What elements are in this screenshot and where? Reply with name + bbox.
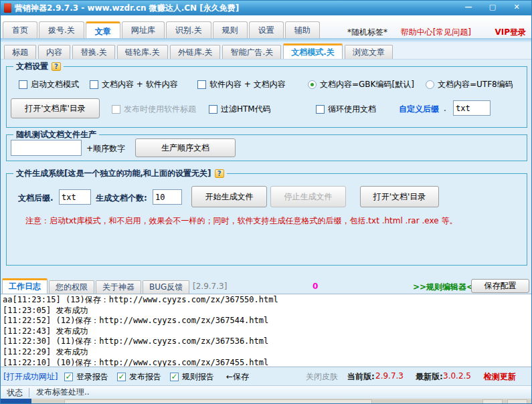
help-center-link[interactable]: 帮助中心[常见问题] — [401, 27, 471, 38]
sub-tab-bar: 标题 内容 替换.关 链轮库.关 外链库.关 智能广告.关 文档模式.关 浏览文… — [1, 42, 531, 60]
save-arrow-label: ←保存 — [226, 371, 249, 383]
checkbox-checked-icon[interactable]: ✓ — [64, 373, 73, 381]
checkbox-checked-icon[interactable]: ✓ — [117, 373, 126, 381]
tab-recognition[interactable]: 识别.关 — [166, 21, 211, 38]
tab-url-library[interactable]: 网址库 — [122, 21, 165, 38]
save-config-button[interactable]: 保存配置 — [471, 279, 529, 293]
checkbox-login-report[interactable]: ✓ 登录报告 — [64, 371, 108, 383]
checkbox-rule-report[interactable]: ✓ 规则报告 — [170, 371, 214, 383]
window-title: 营销神器2.9.7.3 - www.wzdr.cn 微赚达人.CN [永久免费] — [15, 3, 239, 14]
subtab-title[interactable]: 标题 — [4, 45, 36, 59]
doc-suffix-label: 文档后缀. — [18, 193, 54, 204]
subtab-doc-mode[interactable]: 文档模式.关 — [283, 43, 343, 59]
tab-assist[interactable]: 辅助 — [285, 21, 320, 38]
radio-gbk-encoding[interactable]: 文档内容=GBK编码[默认] — [308, 79, 414, 90]
tab-home[interactable]: 首页 — [3, 21, 37, 38]
tab-your-permissions[interactable]: 您的权限 — [49, 280, 94, 294]
subtab-external-links[interactable]: 外链库.关 — [170, 45, 221, 59]
doc-suffix-input[interactable] — [59, 189, 91, 205]
version-label: [2.9.7.3] — [193, 282, 227, 291]
log-line: [11:22:10] (10)保存：http://www.cyyzs.com/z… — [3, 358, 531, 367]
open-doc-dir-button[interactable]: 打开'文档'目录 — [360, 186, 439, 207]
tab-settings[interactable]: 设置 — [249, 21, 284, 38]
radio-icon[interactable] — [308, 80, 317, 89]
app-window: 营销神器2.9.7.3 - www.wzdr.cn 微赚达人.CN [永久免费]… — [0, 0, 532, 404]
checkbox-doc-plus-soft[interactable]: 文档内容 + 软件内容 — [90, 79, 178, 90]
checkbox-soft-title[interactable]: 发布时使用软件标题 — [112, 104, 196, 115]
random-test-legend: 随机测试文档文件生产 — [16, 129, 96, 140]
file-gen-legend: 文件生成系统[这是一个独立的功能,和上面的设置无关] — [16, 168, 211, 179]
subtab-replace[interactable]: 替换.关 — [72, 45, 115, 59]
doc-count-input[interactable] — [153, 189, 182, 205]
checkbox-icon[interactable] — [19, 80, 27, 89]
subtab-linkwheel[interactable]: 链轮库.关 — [117, 45, 168, 59]
doc-settings-legend: 文档设置 — [16, 61, 48, 72]
checkbox-checked-icon[interactable]: ✓ — [170, 373, 179, 381]
close-icon[interactable]: ✕ — [509, 3, 525, 13]
tab-rules[interactable]: 规则 — [213, 21, 248, 38]
tab-bug-feedback[interactable]: BUG反馈 — [143, 280, 189, 294]
tab-article[interactable]: 文章 — [86, 21, 120, 38]
checkbox-icon[interactable] — [316, 105, 325, 114]
radio-icon[interactable] — [426, 80, 434, 89]
checkbox-loop-doc[interactable]: 循环使用文档 — [316, 104, 376, 115]
start-generate-button[interactable]: 开始生成文件 — [191, 186, 267, 207]
checkbox-icon[interactable] — [209, 105, 217, 114]
log-line: [11:23:05] 发布成功 — [3, 306, 531, 316]
open-success-urls-link[interactable]: [打开成功网址] — [3, 371, 58, 383]
random-test-input[interactable] — [11, 140, 82, 156]
subtab-smart-ads[interactable]: 智能广告.关 — [222, 45, 281, 59]
check-update-link[interactable]: 检测更新 — [484, 371, 516, 383]
log-line: [11:22:30] (11)保存：http://www.cyyzs.com/z… — [3, 336, 531, 347]
open-doclib-button[interactable]: 打开'文档库'目录 — [11, 98, 100, 118]
taskbar-start-fragment — [1, 399, 31, 404]
stop-generate-button[interactable]: 停止生成文件 — [270, 186, 346, 207]
work-log-area[interactable]: aa[11:23:15] (13)保存：http://www.cyyzs.com… — [1, 294, 532, 367]
taskbar-segment — [64, 399, 372, 404]
subtab-browse-articles[interactable]: 浏览文章 — [345, 45, 393, 59]
file-gen-group: 文件生成系统[这是一个独立的功能,和上面的设置无关] ? 文档后缀. 生成文档个… — [6, 173, 527, 266]
help-icon[interactable]: ? — [215, 169, 224, 178]
checkbox-filter-htm[interactable]: 过滤HTM代码 — [209, 104, 271, 115]
current-version-value: 2.9.7.3 — [375, 371, 404, 381]
rule-editor-link[interactable]: >>规则编辑器<< — [413, 282, 480, 293]
checkbox-publish-report[interactable]: ✓ 发布报告 — [117, 371, 161, 383]
bottom-tab-bar: 工作日志 您的权限 关于神器 BUG反馈 [2.9.7.3] 0 >>规则编辑器… — [1, 278, 531, 294]
checkbox-icon[interactable] — [112, 105, 120, 114]
log-line: [11:22:52] (12)保存：http://www.cyyzs.com/z… — [3, 316, 531, 326]
log-line: aa[11:23:15] (13)保存：http://www.cyyzs.com… — [3, 295, 531, 306]
current-version-label: 当前版: — [347, 371, 375, 383]
doc-settings-group: 文档设置 ? 启动文档模式 文档内容 + 软件内容 软件内容 + 文档内容 文档… — [6, 66, 527, 128]
main-tab-bar: 首页 拨号.关 文章 网址库 识别.关 规则 设置 辅助 *随机标签* 帮助中心… — [1, 15, 531, 38]
taskbar-segment — [507, 399, 527, 404]
title-bar: 营销神器2.9.7.3 - www.wzdr.cn 微赚达人.CN [永久免费]… — [1, 1, 531, 15]
tab-about[interactable]: 关于神器 — [96, 280, 141, 294]
subtab-content[interactable]: 内容 — [38, 45, 70, 59]
footer-bar: [打开成功网址] ✓ 登录报告 ✓ 发布报告 ✓ 规则报告 ←保存 关闭皮肤 当… — [1, 368, 531, 385]
taskbar-segment — [482, 399, 503, 404]
generate-sequence-button[interactable]: 生产顺序文档 — [135, 138, 236, 157]
latest-version-label: 最新版: — [416, 371, 443, 383]
minimize-icon[interactable]: — — [460, 3, 476, 13]
counter-value: 0 — [313, 282, 318, 291]
checkbox-start-doc-mode[interactable]: 启动文档模式 — [19, 79, 79, 90]
vip-login-link[interactable]: VIP登录 — [495, 27, 526, 38]
random-tag-label: *随机标签* — [347, 27, 387, 38]
close-skin-link[interactable]: 关闭皮肤 — [306, 371, 338, 383]
checkbox-icon[interactable] — [90, 80, 98, 89]
checkbox-soft-plus-doc[interactable]: 软件内容 + 文档内容 — [197, 79, 286, 90]
checkbox-icon[interactable] — [197, 80, 206, 89]
tab-dial[interactable]: 拨号.关 — [39, 21, 84, 38]
status-message: 发布标签处理.. — [29, 387, 96, 398]
tab-work-log[interactable]: 工作日志 — [2, 278, 48, 294]
log-line: [11:22:43] 发布成功 — [3, 326, 531, 337]
custom-suffix-label: 自定义后缀 — [399, 104, 439, 115]
latest-version-value: 3.0.2.5 — [443, 371, 471, 381]
status-bar: 状态 发布标签处理.. — [1, 385, 531, 399]
radio-utf8-encoding[interactable]: 文档内容=UTF8编码 — [426, 79, 513, 90]
status-label: 状态 — [1, 388, 29, 397]
random-test-group: 随机测试文档文件生产 +顺序数字 生产顺序文档 — [6, 134, 527, 161]
maximize-icon[interactable]: ▢ — [484, 3, 501, 13]
help-icon[interactable]: ? — [52, 62, 61, 71]
custom-suffix-input[interactable] — [453, 100, 491, 116]
